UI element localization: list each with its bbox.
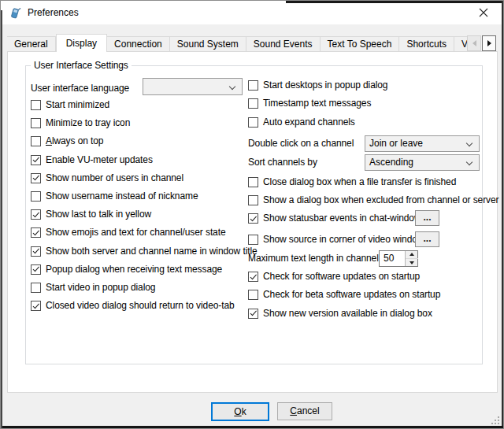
checkbox-label[interactable]: Show new version available in dialog box [263,308,432,319]
checkbox[interactable] [31,246,41,257]
checkbox-label[interactable]: Timestamp text messages [263,98,371,109]
background-edge-left [1,10,2,429]
checkbox[interactable] [31,191,41,202]
tab-label: Text To Speech [328,39,392,50]
cancel-button[interactable]: Cancel [277,402,332,420]
checkbox-row[interactable]: Closed video dialog should return to vid… [31,299,258,313]
checkbox[interactable] [248,177,258,187]
close-icon [479,8,488,17]
checkbox-row[interactable]: Show new version available in dialog box [248,307,440,321]
tab[interactable]: Sound System [170,36,246,52]
checkbox[interactable] [248,309,258,319]
tab[interactable]: Display [56,34,107,52]
checkbox-row[interactable]: Show last to talk in yellow [31,208,258,222]
checkbox[interactable] [31,136,41,146]
sort-channels-combobox[interactable]: Ascending [365,154,480,171]
checkbox-row[interactable]: Minimize to tray icon [31,116,258,131]
statusbar-events-label[interactable]: Show statusbar events in chat-window [263,213,421,224]
checkbox[interactable] [31,173,41,183]
checkbox-label[interactable]: Show last to talk in yellow [46,209,151,220]
checkbox-row[interactable]: Start minimized [31,98,258,113]
checkbox[interactable] [248,272,258,282]
checkbox[interactable] [31,227,41,238]
checkbox-label[interactable]: Close dialog box when a file transfer is… [263,176,456,187]
checkbox-row[interactable]: Start desktops in popup dialog [248,79,387,93]
close-button[interactable] [466,2,501,24]
tab-label: Sound System [177,39,239,50]
checkbox-row[interactable]: Check for software updates on startup [248,270,440,284]
double-click-combobox[interactable]: Join or leave [365,135,480,152]
checkbox-label[interactable]: Minimize to tray icon [46,117,130,128]
video-source-checkbox[interactable] [248,235,258,245]
checkbox[interactable] [31,100,41,110]
titlebar: Preferences [1,1,503,24]
checkbox[interactable] [248,98,258,109]
checkbox-row[interactable]: Popup dialog when receiving text message [31,263,258,277]
checkbox-label[interactable]: Start desktops in popup dialog [263,80,387,91]
checkbox[interactable] [248,117,258,128]
checkbox-label[interactable]: Show number of users in channel [46,172,183,183]
resize-grip[interactable] [491,416,500,425]
video-source-label[interactable]: Show source in corner of video window [263,234,424,245]
tab[interactable]: General [7,36,56,52]
checkbox-label[interactable]: Start minimized [46,99,109,110]
checkbox-row[interactable]: Check for beta software updates on start… [248,288,440,302]
spinner-buttons [405,251,417,266]
checkbox[interactable] [31,283,41,293]
checkbox[interactable] [248,80,258,91]
checkbox-row[interactable]: Close dialog box when a file transfer is… [248,176,498,190]
tab[interactable]: Connection [107,36,170,52]
checkbox-row[interactable]: Show both server and channel name in win… [31,245,258,259]
display-tab-page: User Interface Settings User interface l… [7,51,498,393]
chevron-down-icon [229,83,235,90]
checkbox-label[interactable]: Start video in popup dialog [46,282,155,293]
checkbox-row[interactable]: Show emojis and text for channel/user st… [31,226,258,240]
checkbox-row[interactable]: Timestamp text messages [248,97,387,111]
tab-scroll-right-button[interactable] [482,35,496,51]
checkbox-row[interactable]: Enable VU-meter updates [31,153,258,168]
checkbox[interactable] [31,264,41,275]
ok-button[interactable]: Ok [211,402,269,421]
checkbox-label[interactable]: Show emojis and text for channel/user st… [46,227,226,238]
sort-channels-row: Sort channels by Ascending [248,154,317,171]
language-label: User interface language [31,83,129,94]
checkbox-row[interactable]: Auto expand channels [248,116,387,130]
spinner-down-button[interactable] [406,258,418,266]
max-text-length-row: Maximum text length in channel list 50 [248,250,392,267]
checkbox-row[interactable]: Always on top [31,135,258,149]
checkbox-row[interactable]: Start video in popup dialog [31,281,258,295]
checkbox-label[interactable]: Always on top [46,135,103,146]
double-click-label: Double click on a channel [248,135,354,152]
checkbox-label[interactable]: Show a dialog box when excluded from cha… [263,194,498,205]
checkbox-label[interactable]: Enable VU-meter updates [46,154,153,165]
tab[interactable]: Sound Events [246,36,321,52]
statusbar-events-more-button[interactable]: ... [415,210,439,226]
spinner-up-button[interactable] [406,251,418,259]
statusbar-events-checkbox[interactable] [248,213,258,224]
chevron-down-icon [466,140,472,146]
checkbox-row[interactable]: Show username instead of nickname [31,190,258,204]
right-checkboxes-mid: Close dialog box when a file transfer is… [248,176,498,208]
checkbox-label[interactable]: Show username instead of nickname [46,190,198,202]
language-combobox[interactable] [143,78,243,95]
checkbox[interactable] [31,209,41,220]
sort-channels-label: Sort channels by [248,154,317,171]
checkbox[interactable] [248,290,258,300]
checkbox[interactable] [31,301,41,311]
checkbox[interactable] [248,195,258,205]
checkbox[interactable] [31,118,41,128]
checkbox-label[interactable]: Check for beta software updates on start… [263,289,440,300]
video-source-more-button[interactable]: ... [415,231,439,247]
checkbox-row[interactable]: Show a dialog box when excluded from cha… [248,194,498,208]
max-text-length-spinner[interactable]: 50 [379,250,418,267]
checkbox-label[interactable]: Auto expand channels [263,116,355,128]
checkbox-label[interactable]: Popup dialog when receiving text message [46,264,222,275]
tab[interactable]: Shortcuts [399,36,454,52]
tab[interactable]: Video [454,36,467,52]
checkbox[interactable] [31,155,41,165]
checkbox-label[interactable]: Show both server and channel name in win… [46,246,258,257]
tab[interactable]: Text To Speech [321,36,400,52]
checkbox-label[interactable]: Check for software updates on startup [263,271,420,282]
checkbox-label[interactable]: Closed video dialog should return to vid… [46,300,235,311]
checkbox-row[interactable]: Show number of users in channel [31,172,258,186]
